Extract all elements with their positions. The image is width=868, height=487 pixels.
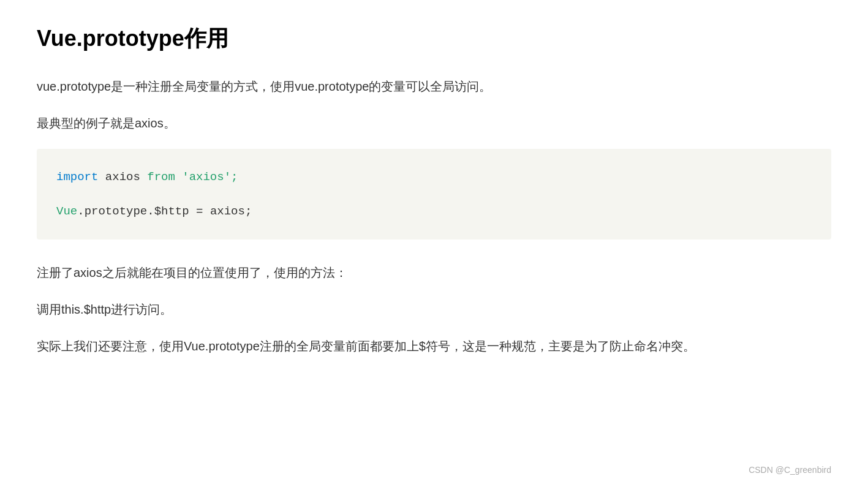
code-line-2: Vue.prototype.$http = axios; <box>56 200 812 222</box>
code-gap <box>56 188 812 200</box>
code-line-1: import axios from 'axios'; <box>56 166 812 188</box>
paragraph-1: vue.prototype是一种注册全局变量的方式，使用vue.prototyp… <box>37 75 831 97</box>
value-axios: axios <box>210 205 245 218</box>
paragraph-2: 最典型的例子就是axios。 <box>37 112 831 134</box>
equals: = <box>189 205 210 218</box>
footer-brand: CSDN @C_greenbird <box>749 465 831 475</box>
identifier-vue: Vue <box>56 205 77 218</box>
dot-2: . <box>147 205 154 218</box>
paragraph-5: 实际上我们还要注意，使用Vue.prototype注册的全局变量前面都要加上$符… <box>37 335 831 357</box>
page-title: Vue.prototype作用 <box>37 25 831 53</box>
code-block: import axios from 'axios'; Vue.prototype… <box>37 149 831 240</box>
semicolon: ; <box>245 205 252 218</box>
keyword-from: from <box>147 170 175 184</box>
paragraph-4: 调用this.$http进行访问。 <box>37 298 831 320</box>
prop-http: $http <box>154 205 189 218</box>
keyword-import: import <box>56 170 98 184</box>
dot-1: . <box>77 205 84 218</box>
paragraph-3: 注册了axios之后就能在项目的位置使用了，使用的方法： <box>37 262 831 284</box>
string-axios: 'axios'; <box>175 170 238 184</box>
identifier-axios: axios <box>98 170 147 184</box>
prop-prototype: prototype <box>85 205 148 218</box>
